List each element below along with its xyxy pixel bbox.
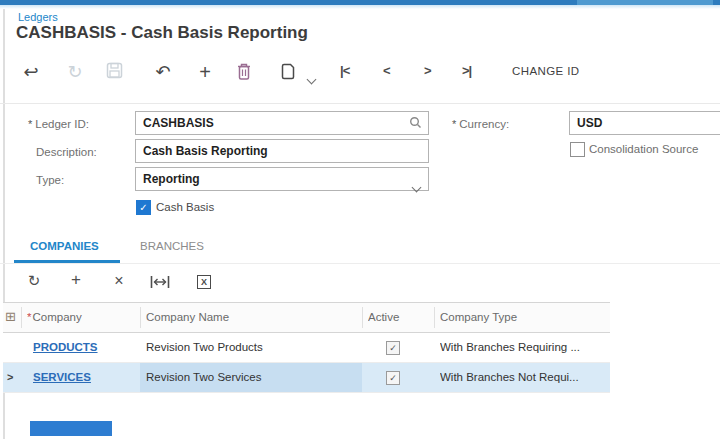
main-toolbar: ↩ ↻ ↶ + |< < > >| CHANGE ID [0,55,720,91]
grid-header-row: ⊞ *Company Company Name Active Company T… [3,302,610,333]
next-record-icon[interactable]: > [424,63,431,78]
undo-icon[interactable]: ↶ [150,59,176,85]
back-icon[interactable]: ↩ [18,59,44,85]
form-top-divider [0,103,720,104]
grid-delete-row-icon[interactable]: × [109,272,129,290]
company-type-cell: With Branches Requiring ... [440,333,608,362]
table-row-services[interactable]: > SERVICES Revision Two Services ✓ With … [3,363,610,393]
tab-companies[interactable]: COMPANIES [30,240,99,252]
table-row-products[interactable]: PRODUCTS Revision Two Products ✓ With Br… [3,333,610,363]
breadcrumb-ledgers[interactable]: Ledgers [18,11,58,23]
browser-top-strip-glow [0,5,720,9]
required-marker: * [28,118,32,130]
tab-strip-hairline [0,263,720,264]
status-indicator [30,421,112,436]
page-title: CASHBASIS - Cash Basis Reporting [16,23,308,43]
app-window: Ledgers CASHBASIS - Cash Basis Reporting… [0,0,720,439]
company-name-cell: Revision Two Products [146,333,356,362]
description-input[interactable]: Cash Basis Reporting [135,139,429,163]
last-record-icon[interactable]: >| [462,63,471,78]
currency-label: *Currency: [452,118,509,130]
add-record-icon[interactable]: + [192,59,218,85]
chevron-down-icon[interactable] [413,176,420,198]
change-id-button[interactable]: CHANGE ID [512,65,580,77]
previous-record-icon[interactable]: < [383,63,390,78]
header-company[interactable]: *Company [27,303,137,332]
grid-settings-icon[interactable]: ⊞ [5,310,16,324]
header-company-name[interactable]: Company Name [146,303,356,332]
company-type-cell: With Branches Not Requi... [440,363,608,392]
fit-width-icon[interactable] [150,276,170,288]
search-icon[interactable] [409,116,422,129]
refresh-icon[interactable]: ↻ [62,59,88,85]
ledger-id-input[interactable]: CASHBASIS [135,111,429,135]
type-label: Type: [36,174,64,186]
grid-refresh-icon[interactable]: ↻ [24,272,44,290]
consolidation-source-label: Consolidation Source [589,143,698,155]
currency-input[interactable]: USD [569,111,720,135]
company-link[interactable]: SERVICES [33,371,91,383]
header-company-type[interactable]: Company Type [440,303,605,332]
selected-row-arrow-icon: > [7,363,13,392]
required-marker: * [452,118,456,130]
consolidation-source-checkbox[interactable] [570,142,585,157]
type-select[interactable]: Reporting [135,167,429,191]
active-checkbox[interactable]: ✓ [386,341,400,355]
header-active[interactable]: Active [368,303,428,332]
cash-basis-checkbox[interactable]: ✓ [136,200,151,215]
company-name-cell: Revision Two Services [146,363,356,392]
export-excel-icon[interactable]: X [197,275,211,289]
required-marker: * [27,311,31,323]
companies-grid: ⊞ *Company Company Name Active Company T… [3,302,610,393]
delete-icon[interactable] [236,62,252,81]
tab-branches[interactable]: BRANCHES [140,240,204,252]
save-icon[interactable] [106,62,123,79]
first-record-icon[interactable]: |< [340,63,349,78]
cash-basis-label: Cash Basis [156,201,214,213]
copy-paste-icon[interactable] [280,62,296,80]
active-checkbox[interactable]: ✓ [386,371,400,385]
company-link[interactable]: PRODUCTS [33,341,98,353]
description-label: Description: [36,146,97,158]
grid-add-row-icon[interactable]: + [66,270,86,290]
ledger-id-label: *Ledger ID: [28,118,89,130]
copy-paste-dropdown-icon[interactable] [308,69,315,87]
